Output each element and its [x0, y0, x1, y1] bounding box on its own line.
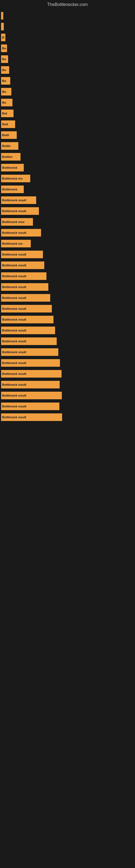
result-bar: Bottleneck result [1, 327, 55, 334]
bar-label: B [2, 36, 4, 39]
bar-row: Bo [0, 88, 135, 95]
bar-row: Bottleneck result [0, 294, 135, 302]
bar-label: Bottleneck result [2, 264, 26, 267]
result-bar: Bottleneck result [1, 207, 39, 215]
bar-label: Bottleneck result [2, 318, 26, 321]
bar-row: Bottleneck result [0, 316, 135, 323]
bar-label: Bottleneck result [2, 415, 26, 419]
bar-label: Bottl [2, 133, 9, 137]
result-bar: Bottleneck result [1, 413, 62, 421]
result-bar: Bottlen [1, 153, 20, 161]
bar-label: Bott [2, 123, 8, 126]
bar-row: Bottleneck result [0, 196, 135, 204]
bar-row: Bottleneck result [0, 251, 135, 258]
bar-label: Bo [2, 58, 6, 61]
result-bar [1, 12, 3, 20]
result-bar: Bottleneck res [1, 240, 31, 247]
bar-row: Bottleneck result [0, 392, 135, 399]
bar-label: Bottle [2, 144, 10, 148]
bar-row: Bottleneck result [0, 359, 135, 367]
bar-row: Bottl [0, 131, 135, 139]
result-bar: Bo [1, 44, 7, 52]
result-bar [1, 23, 4, 30]
bar-label: Bottleneck [2, 166, 17, 169]
result-bar: Bo [1, 55, 8, 63]
bar-row: Bottleneck result [0, 327, 135, 334]
bar-row: Bo [0, 55, 135, 63]
bar-row: Bott [0, 120, 135, 128]
result-bar: Bottleneck result [1, 381, 60, 389]
result-bar: Bottl [1, 131, 17, 139]
result-bar: Bottleneck result [1, 316, 53, 323]
bar-row: Bottle [0, 142, 135, 150]
bar-label: Bottleneck result [2, 405, 26, 408]
bar-row: Bottleneck result [0, 272, 135, 280]
bar-label: Bottleneck result [2, 329, 26, 332]
result-bar: Bottleneck result [1, 196, 36, 204]
result-bar: Bo [1, 88, 11, 95]
bar-label: Bottleneck result [2, 296, 26, 300]
bars-container: BBoBoBoBoBoBoBotBottBottlBottleBottlenBo… [0, 9, 135, 427]
bar-row: Bo [0, 99, 135, 106]
bar-row: Bottleneck res [0, 240, 135, 247]
bar-label: Bo [2, 46, 6, 50]
result-bar: Bottleneck result [1, 348, 58, 356]
result-bar: Bottleneck result [1, 359, 60, 367]
bar-label: Bot [2, 112, 7, 115]
bar-label: Bottleneck res [2, 242, 23, 245]
result-bar: Bottleneck result [1, 283, 48, 291]
bar-label: Bo [2, 68, 6, 72]
result-bar: Bottleneck result [1, 294, 50, 302]
bar-row: Bottleneck [0, 186, 135, 193]
bar-row: Bo [0, 44, 135, 52]
bar-row: Bottleneck result [0, 283, 135, 291]
bar-label: Bottleneck result [2, 285, 26, 289]
bar-row: B [0, 34, 135, 41]
result-bar: Bottleneck result [1, 305, 52, 312]
bar-label: Bo [2, 101, 6, 104]
result-bar: Bottleneck result [1, 392, 62, 399]
bar-row: Bottleneck result [0, 305, 135, 312]
bar-row: Bottleneck result [0, 370, 135, 378]
bar-row: Bottleneck result [0, 403, 135, 410]
result-bar: Bott [1, 120, 15, 128]
bar-label: Bottleneck result [2, 383, 26, 386]
bar-row: Bottleneck result [0, 348, 135, 356]
result-bar: Bottleneck [1, 186, 24, 193]
result-bar: Bottle [1, 142, 18, 150]
result-bar: Bo [1, 77, 10, 85]
bar-label: Bottleneck resu [2, 220, 25, 223]
result-bar: Bottleneck result [1, 403, 59, 410]
result-bar: Bottleneck result [1, 370, 61, 378]
bar-label: Bottleneck res [2, 177, 23, 180]
result-bar: Bottleneck res [1, 175, 30, 182]
bar-label: Bottleneck result [2, 372, 26, 375]
result-bar: Bottleneck [1, 164, 24, 172]
bar-label: Bottleneck result [2, 209, 26, 213]
result-bar: Bottleneck result [1, 251, 43, 258]
result-bar: Bot [1, 110, 13, 117]
bar-label: Bottleneck result [2, 275, 26, 278]
result-bar: B [1, 34, 5, 41]
bar-row: Bo [0, 77, 135, 85]
bar-label: Bottleneck result [2, 307, 26, 310]
bar-label: Bo [2, 90, 6, 93]
result-bar: Bottleneck result [1, 261, 44, 269]
bar-row: Bottlen [0, 153, 135, 161]
bar-row: Bo [0, 66, 135, 74]
bar-row: Bottleneck [0, 164, 135, 172]
result-bar: Bottleneck result [1, 337, 57, 345]
bar-label: Bottlen [2, 155, 12, 158]
bar-label: Bottleneck result [2, 350, 26, 354]
bar-row [0, 23, 135, 30]
bar-label: Bottleneck result [2, 198, 26, 202]
site-title: TheBottlenecker.com [0, 0, 135, 9]
bar-row: Bottleneck result [0, 337, 135, 345]
result-bar: Bo [1, 66, 9, 74]
result-bar: Bottleneck result [1, 272, 46, 280]
bar-row: Bottleneck result [0, 229, 135, 237]
bar-row: Bottleneck res [0, 175, 135, 182]
bar-row [0, 12, 135, 20]
bar-row: Bottleneck result [0, 413, 135, 421]
bar-row: Bottleneck result [0, 207, 135, 215]
